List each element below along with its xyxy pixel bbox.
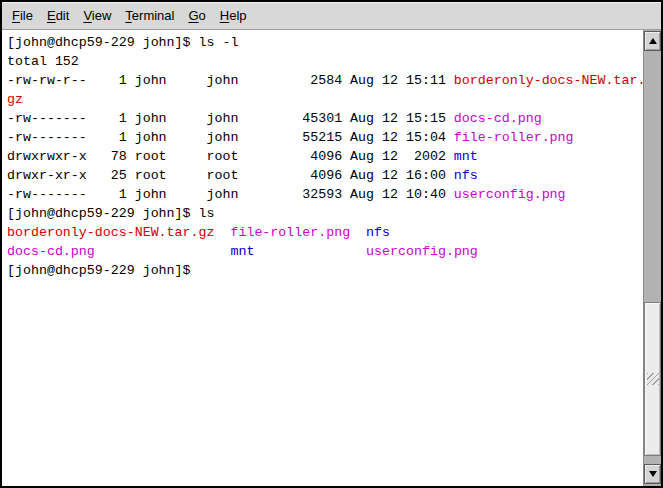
terminal-text-segment: file-roller.png: [454, 130, 574, 145]
terminal-text-segment: nfs: [454, 168, 478, 183]
terminal-text-segment: [john@dhcp59-229 john]$ ls: [7, 206, 214, 221]
scroll-down-button[interactable]: [644, 464, 661, 484]
terminal-text-segment: -rw------- 1 john john 45301 Aug 12 15:1…: [7, 111, 454, 126]
terminal-text-segment: -rw-rw-r-- 1 john john 2584 Aug 12 15:11: [7, 73, 454, 88]
terminal-line: [john@dhcp59-229 john]$ ls -l: [7, 33, 643, 52]
terminal-text-segment: userconfig.png: [454, 187, 566, 202]
terminal-line: [john@dhcp59-229 john]$ ls: [7, 204, 643, 223]
terminal-text-segment: docs-cd.png: [7, 244, 95, 259]
terminal-text-segment: [214, 225, 230, 240]
terminal-output[interactable]: [john@dhcp59-229 john]$ ls -ltotal 152-r…: [2, 30, 643, 486]
scrollbar[interactable]: [643, 30, 661, 486]
terminal-text-segment: [350, 225, 366, 240]
terminal-text-segment: total 152: [7, 54, 79, 69]
terminal-text-segment: drwxrwxr-x 78 root root 4096 Aug 12 2002: [7, 149, 454, 164]
scroll-up-button[interactable]: [644, 31, 661, 51]
terminal-text-segment: nfs: [366, 225, 390, 240]
terminal-text-segment: borderonly-docs-NEW.tar.gz: [7, 225, 214, 240]
terminal-text-segment: userconfig.png: [366, 244, 478, 259]
terminal-text-segment: mnt: [454, 149, 478, 164]
menu-item-view[interactable]: View: [76, 5, 118, 26]
terminal-line: -rw------- 1 john john 32593 Aug 12 10:4…: [7, 185, 643, 204]
menu-item-help[interactable]: Help: [213, 5, 254, 26]
terminal-line: -rw-rw-r-- 1 john john 2584 Aug 12 15:11…: [7, 71, 643, 90]
terminal-text-segment: [john@dhcp59-229 john]$ ls -l: [7, 35, 238, 50]
terminal-text-segment: -rw------- 1 john john 32593 Aug 12 10:4…: [7, 187, 454, 202]
down-arrow-icon: [649, 471, 657, 477]
scrollbar-thumb[interactable]: [644, 302, 661, 456]
menu-item-edit[interactable]: Edit: [40, 5, 76, 26]
terminal-line: [john@dhcp59-229 john]$: [7, 261, 643, 280]
terminal-line: gz: [7, 90, 643, 109]
terminal-text-segment: docs-cd.png: [454, 111, 542, 126]
terminal-line: borderonly-docs-NEW.tar.gz file-roller.p…: [7, 223, 643, 242]
terminal-window: FileEditViewTerminalGoHelp [john@dhcp59-…: [0, 0, 663, 488]
terminal-line: drwxr-xr-x 25 root root 4096 Aug 12 16:0…: [7, 166, 643, 185]
terminal-line: total 152: [7, 52, 643, 71]
terminal-text-segment: gz: [7, 92, 23, 107]
terminal-line: -rw------- 1 john john 55215 Aug 12 15:0…: [7, 128, 643, 147]
terminal-text-segment: mnt: [230, 244, 254, 259]
terminal-text-segment: -rw------- 1 john john 55215 Aug 12 15:0…: [7, 130, 454, 145]
terminal-area: [john@dhcp59-229 john]$ ls -ltotal 152-r…: [2, 30, 661, 486]
menubar: FileEditViewTerminalGoHelp: [2, 2, 661, 30]
terminal-text-segment: [254, 244, 366, 259]
terminal-line: -rw------- 1 john john 45301 Aug 12 15:1…: [7, 109, 643, 128]
up-arrow-icon: [649, 38, 657, 44]
menu-item-terminal[interactable]: Terminal: [118, 5, 181, 26]
terminal-text-segment: [john@dhcp59-229 john]$: [7, 263, 199, 278]
terminal-text-segment: file-roller.png: [230, 225, 350, 240]
terminal-line: drwxrwxr-x 78 root root 4096 Aug 12 2002…: [7, 147, 643, 166]
terminal-text-segment: drwxr-xr-x 25 root root 4096 Aug 12 16:0…: [7, 168, 454, 183]
terminal-text-segment: borderonly-docs-NEW.tar.: [454, 73, 643, 88]
terminal-text-segment: [95, 244, 231, 259]
thumb-grip-icon: [647, 373, 659, 385]
terminal-line: docs-cd.png mnt userconfig.png: [7, 242, 643, 261]
menu-item-file[interactable]: File: [5, 5, 40, 26]
menu-item-go[interactable]: Go: [181, 5, 212, 26]
